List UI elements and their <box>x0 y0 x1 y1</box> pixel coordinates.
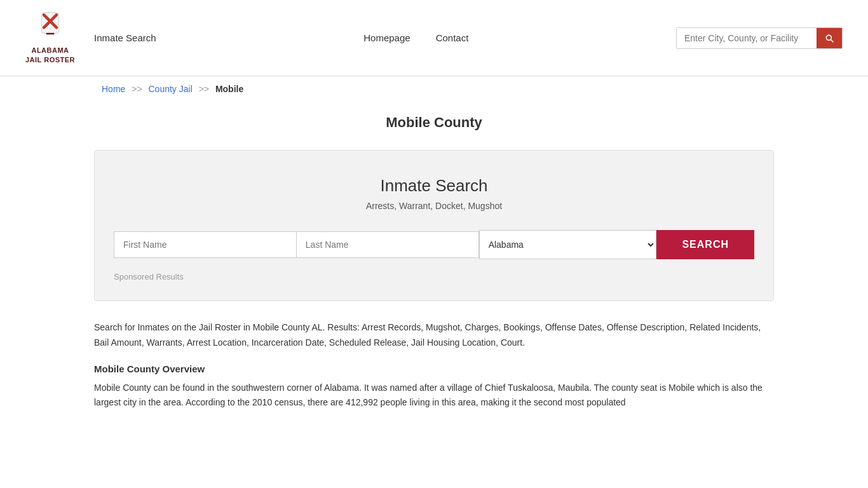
header-nav: Homepage Contact <box>363 32 468 43</box>
breadcrumb-current: Mobile <box>215 84 243 94</box>
search-card: Inmate Search Arrests, Warrant, Docket, … <box>94 150 774 301</box>
search-icon <box>824 33 834 43</box>
sponsored-results: Sponsored Results <box>114 272 754 281</box>
page-title: Mobile County <box>94 114 774 131</box>
site-header: ALABAMA JAIL ROSTER Inmate Search Homepa… <box>0 0 868 76</box>
logo-text: ALABAMA JAIL ROSTER <box>25 46 75 64</box>
header-search-input[interactable] <box>677 28 817 48</box>
breadcrumb-sep1: >> <box>132 84 142 94</box>
nav-homepage[interactable]: Homepage <box>363 32 410 43</box>
breadcrumb-county-jail[interactable]: County Jail <box>149 84 193 94</box>
svg-rect-3 <box>46 33 55 35</box>
logo-icon <box>34 11 66 43</box>
intro-paragraph: Search for Inmates on the Jail Roster in… <box>94 320 774 351</box>
search-card-title: Inmate Search <box>114 176 754 196</box>
state-select[interactable]: Alabama <box>479 230 657 259</box>
header-search-bar <box>676 27 843 49</box>
search-form: Alabama SEARCH <box>114 230 754 259</box>
logo-area: ALABAMA JAIL ROSTER <box>25 11 75 64</box>
nav-contact[interactable]: Contact <box>436 32 469 43</box>
overview-title: Mobile County Overview <box>94 363 774 374</box>
header-right <box>676 27 843 49</box>
main-content: Mobile County Inmate Search Arrests, War… <box>69 114 799 449</box>
inmate-search-button[interactable]: SEARCH <box>656 230 754 259</box>
header-search-button[interactable] <box>817 28 842 48</box>
last-name-input[interactable] <box>296 231 479 258</box>
search-card-subtitle: Arrests, Warrant, Docket, Mugshot <box>114 201 754 211</box>
nav-inmate-search[interactable]: Inmate Search <box>94 32 156 43</box>
breadcrumb-sep2: >> <box>199 84 209 94</box>
first-name-input[interactable] <box>114 231 296 258</box>
overview-text: Mobile County can be found in the southw… <box>94 381 774 411</box>
header-left: ALABAMA JAIL ROSTER Inmate Search <box>25 11 156 64</box>
breadcrumb-home[interactable]: Home <box>102 84 125 94</box>
breadcrumb: Home >> County Jail >> Mobile <box>0 76 868 102</box>
